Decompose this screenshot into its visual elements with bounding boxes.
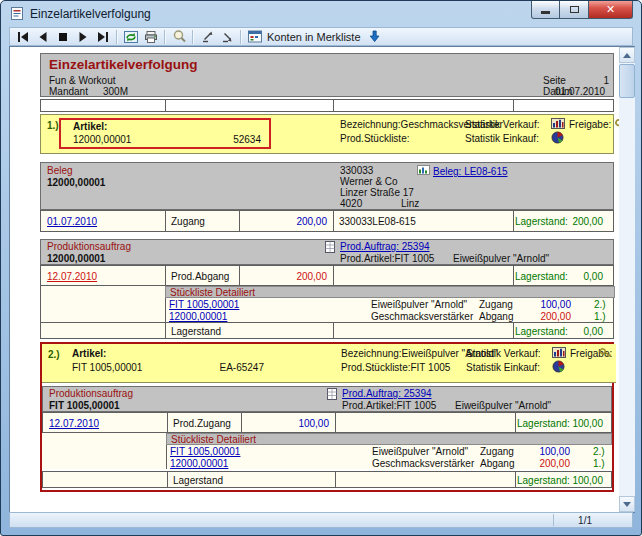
company-name: Fun & Workout bbox=[49, 75, 116, 86]
prod2-datum-link[interactable]: 12.07.2010 bbox=[49, 418, 99, 429]
print-button[interactable] bbox=[141, 28, 161, 45]
article2-band: 2.) Artikel: FIT 1005,00001 EA-65247 Bez… bbox=[42, 344, 616, 383]
prod1-lagerstand-row: Lagerstand Lagerstand: 0,00 bbox=[40, 322, 614, 339]
download-button[interactable] bbox=[365, 28, 385, 45]
prod1-prod-artikel-name: Eiweißpulver "Arnold" bbox=[453, 253, 549, 264]
article2-ref: 2.) bbox=[48, 349, 60, 360]
article2-code: EA-65247 bbox=[192, 362, 264, 373]
prod2-stueckliste: Stückliste Detailiert FIT 1005,00001 Eiw… bbox=[42, 433, 612, 469]
bar-chart-icon[interactable] bbox=[552, 347, 566, 360]
article2-number: FIT 1005,00001 bbox=[72, 362, 142, 373]
beleg-row-belegnr: 330033LE08-615 bbox=[339, 216, 416, 227]
minimize-button[interactable] bbox=[531, 1, 560, 19]
first-record-button[interactable] bbox=[13, 28, 33, 45]
remove-filter-button[interactable] bbox=[217, 28, 237, 45]
beleg-artikel: 12000,00001 bbox=[47, 177, 105, 188]
scroll-up-button[interactable] bbox=[619, 47, 635, 63]
article2-section: 2.) Artikel: FIT 1005,00001 EA-65247 Bez… bbox=[40, 342, 614, 492]
last-record-button[interactable] bbox=[93, 28, 113, 45]
prod1-prod-artikel: Prod.Artikel:FIT 1005 bbox=[340, 253, 434, 264]
stueckliste-menge: 100,00 bbox=[510, 446, 570, 457]
stueckliste-artikel-link[interactable]: FIT 1005,00001 bbox=[170, 446, 240, 457]
prod1-stueckliste: Stückliste Detailiert FIT 1005,00001 Eiw… bbox=[40, 286, 614, 322]
stop-button[interactable] bbox=[53, 28, 73, 45]
stueckliste-typ: Abgang bbox=[479, 311, 513, 322]
stueckliste-name: Geschmacksverstärker bbox=[372, 458, 474, 469]
grid-icon bbox=[327, 388, 337, 402]
merkliste-icon[interactable] bbox=[245, 28, 265, 45]
report-viewport: Einzelartikelverfolgung Fun & Workout Ma… bbox=[9, 46, 635, 513]
stueckliste-menge: 200,00 bbox=[510, 458, 570, 469]
key-icon[interactable] bbox=[598, 347, 612, 365]
prod2-row: 12.07.2010 Prod.Zugang 100,00 Lagerstand… bbox=[42, 412, 612, 433]
prod1-artikel: 12000,00001 bbox=[47, 253, 105, 264]
beleg-row-typ: Zugang bbox=[171, 216, 205, 227]
statistik-verkauf-label: Statistik Verkauf: bbox=[465, 119, 539, 130]
scroll-down-button[interactable] bbox=[619, 496, 635, 512]
prod1-auftrag-link[interactable]: Prod.Auftrag: 25394 bbox=[340, 241, 430, 252]
stueckliste-ref: 2.) bbox=[593, 446, 605, 457]
prod2-prod-artikel: Prod.Artikel:FIT 1005 bbox=[342, 400, 436, 411]
beleg-row-menge: 200,00 bbox=[257, 216, 327, 227]
close-button[interactable]: ✕ bbox=[588, 1, 633, 19]
stueckliste-name: Eiweißpulver "Arnold" bbox=[371, 299, 467, 310]
beleg-link[interactable]: Beleg: LE08-615 bbox=[433, 166, 508, 177]
prod1-typ: Prod.Abgang bbox=[171, 271, 229, 282]
scrollbar-thumb[interactable] bbox=[619, 64, 635, 98]
pie-chart-icon[interactable] bbox=[552, 360, 565, 375]
prod2-auftrag-link[interactable]: Prod.Auftrag: 25394 bbox=[342, 388, 432, 399]
datum-value: 01.07.2010 bbox=[555, 86, 605, 97]
prod2-typ: Prod.Zugang bbox=[173, 418, 231, 429]
prod2-lagerstand-row: Lagerstand Lagerstand: 100,00 bbox=[42, 471, 612, 488]
maximize-button[interactable] bbox=[560, 1, 588, 19]
prod2-block: Produktionsauftrag FIT 1005,00001 Prod.A… bbox=[42, 386, 612, 412]
stueckliste-header-band: Stückliste Detailiert bbox=[166, 433, 612, 445]
kunde-adresse: Linzer Straße 17 bbox=[340, 187, 414, 198]
next-record-button[interactable] bbox=[73, 28, 93, 45]
statistik-einkauf-label: Statistik Einkauf: bbox=[466, 362, 540, 373]
prod2-menge: 100,00 bbox=[259, 418, 329, 429]
page-indicator: 1/1 bbox=[578, 515, 592, 526]
app-icon bbox=[10, 6, 25, 25]
app-window: Einzelartikelverfolgung ✕ Konten in Merk… bbox=[0, 0, 642, 536]
toolbar: Konten in Merkliste bbox=[9, 27, 633, 46]
title-bar[interactable]: Einzelartikelverfolgung ✕ bbox=[1, 1, 641, 27]
toolbar-separator bbox=[116, 30, 118, 44]
zoom-button[interactable] bbox=[169, 28, 189, 45]
stueckliste-artikel-link[interactable]: 12000,00001 bbox=[169, 311, 227, 322]
stueckliste-menge: 200,00 bbox=[511, 311, 571, 322]
previous-record-button[interactable] bbox=[33, 28, 53, 45]
article2-stueckliste: Prod.Stückliste:FIT 1005 bbox=[341, 362, 450, 373]
prod1-lagerstand-end: 0,00 bbox=[541, 326, 603, 337]
seite-label: Seite bbox=[543, 75, 566, 86]
vertical-scrollbar[interactable] bbox=[619, 47, 635, 512]
article1-band: 1.) Artikel: 12000,00001 52634 Bezeichnu… bbox=[40, 114, 614, 154]
stueckliste-artikel-link[interactable]: 12000,00001 bbox=[170, 458, 228, 469]
beleg-row-lagerstand: 200,00 bbox=[541, 216, 603, 227]
chart-small-icon bbox=[417, 165, 430, 177]
article1-number: 12000,00001 bbox=[73, 134, 131, 145]
beleg-row-datum-link[interactable]: 01.07.2010 bbox=[47, 216, 97, 227]
pie-chart-icon[interactable] bbox=[551, 131, 564, 146]
report-title: Einzelartikelverfolgung bbox=[49, 57, 198, 72]
article1-ref: 1.) bbox=[47, 120, 59, 131]
statistik-verkauf-label: Statistik Verkauf: bbox=[466, 348, 540, 359]
bar-chart-icon[interactable] bbox=[551, 118, 565, 131]
prod1-datum-link[interactable]: 12.07.2010 bbox=[47, 271, 97, 282]
stueckliste-ref: 1.) bbox=[594, 311, 606, 322]
stueckliste-artikel-link[interactable]: FIT 1005,00001 bbox=[169, 299, 239, 310]
toolbar-separator bbox=[240, 30, 242, 44]
kunde-ort: Linz bbox=[401, 198, 419, 209]
refresh-button[interactable] bbox=[121, 28, 141, 45]
kunde-name: Werner & Co bbox=[340, 176, 398, 187]
status-divider bbox=[553, 514, 554, 526]
set-filter-button[interactable] bbox=[197, 28, 217, 45]
prod2-lagerstand-end: 100,00 bbox=[541, 475, 603, 486]
statistik-einkauf-label: Statistik Einkauf: bbox=[465, 133, 539, 144]
produktionsauftrag-label: Produktionsauftrag bbox=[49, 388, 133, 399]
mandant-label: Mandant bbox=[49, 86, 88, 97]
konten-merkliste-label[interactable]: Konten in Merkliste bbox=[267, 31, 361, 43]
article1-highlight-box: Artikel: 12000,00001 52634 bbox=[59, 118, 271, 149]
artikel-label: Artikel: bbox=[72, 348, 106, 359]
article1-stueckliste: Prod.Stückliste: bbox=[340, 133, 409, 144]
